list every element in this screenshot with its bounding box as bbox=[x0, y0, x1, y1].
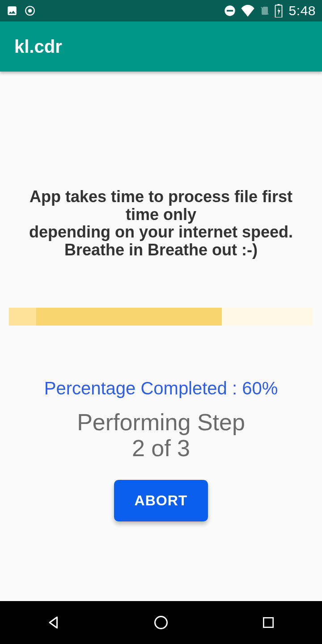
percent-completed-label: Percentage Completed : 60% bbox=[44, 378, 278, 398]
abort-button[interactable]: ABORT bbox=[114, 480, 208, 521]
app-bar: kl.cdr bbox=[0, 21, 322, 72]
circle-dot-icon bbox=[24, 5, 36, 17]
main-content: App takes time to process file first tim… bbox=[0, 72, 322, 601]
app-title: kl.cdr bbox=[14, 37, 62, 57]
status-right-icons: 5:48 bbox=[224, 3, 316, 18]
nav-recent-button[interactable] bbox=[250, 609, 286, 636]
info-line-2: depending on your internet speed. bbox=[13, 223, 309, 241]
svg-point-1 bbox=[29, 9, 32, 13]
battery-charging-icon bbox=[275, 4, 283, 17]
nav-home-button[interactable] bbox=[143, 609, 179, 636]
info-message: App takes time to process file first tim… bbox=[9, 188, 313, 258]
step-label: Performing Step 2 of 3 bbox=[77, 410, 245, 461]
info-line-1: App takes time to process file first tim… bbox=[13, 188, 309, 223]
status-time: 5:48 bbox=[289, 3, 316, 18]
svg-rect-6 bbox=[277, 4, 280, 5]
step-line-2: 2 of 3 bbox=[77, 436, 245, 461]
svg-point-7 bbox=[155, 617, 167, 629]
wifi-icon bbox=[241, 4, 255, 17]
navigation-bar bbox=[0, 601, 322, 644]
progress-bar bbox=[9, 308, 313, 326]
no-sim-icon bbox=[259, 4, 270, 17]
svg-rect-8 bbox=[263, 618, 273, 627]
status-left-icons bbox=[6, 5, 36, 17]
info-line-3: Breathe in Breathe out :-) bbox=[13, 241, 309, 259]
dnd-icon bbox=[224, 4, 236, 17]
image-icon bbox=[6, 5, 18, 17]
step-line-1: Performing Step bbox=[77, 410, 245, 435]
status-bar: 5:48 bbox=[0, 0, 322, 21]
nav-back-button[interactable] bbox=[36, 609, 72, 636]
svg-rect-3 bbox=[227, 10, 233, 12]
progress-fill bbox=[36, 308, 222, 326]
